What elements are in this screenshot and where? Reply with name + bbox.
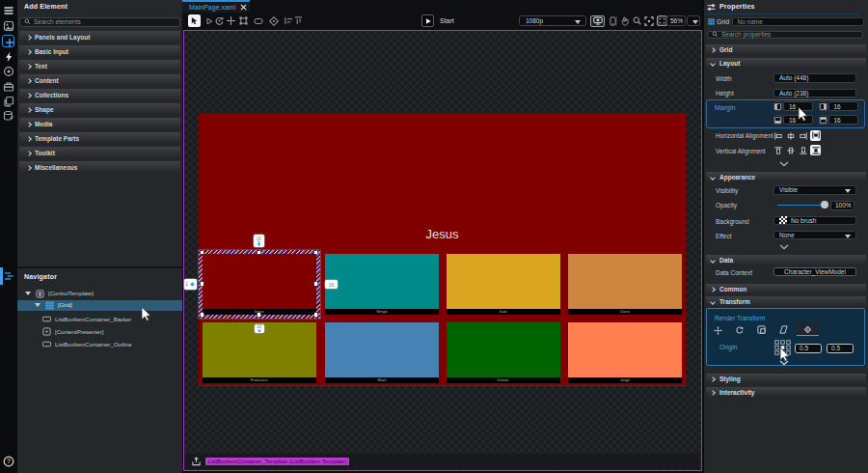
svg-text:?: ? — [7, 458, 11, 464]
